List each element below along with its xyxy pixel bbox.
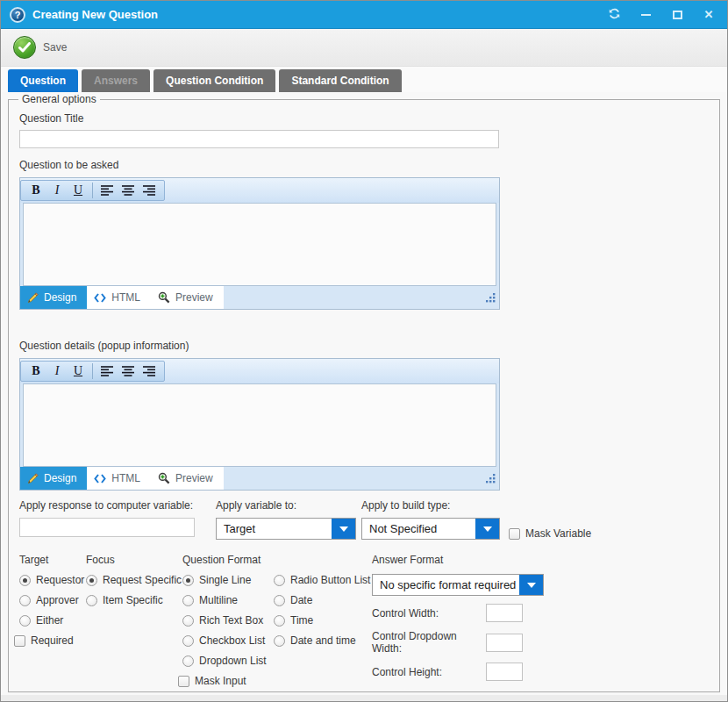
design-mode-label: Design [44, 291, 76, 304]
titlebar: ? Creating New Question ✕ [1, 1, 727, 29]
radio-radio-button-list[interactable]: Radio Button List [274, 574, 372, 586]
apply-variable-to-dropdown[interactable]: Target [216, 518, 356, 540]
question-details-label: Question details (popup information) [19, 340, 709, 352]
bold-button[interactable]: B [26, 362, 46, 380]
chevron-down-icon [483, 526, 492, 532]
html-mode-tab[interactable]: HTML [87, 467, 151, 490]
question-details-editor: B I U [19, 358, 500, 491]
help-icon[interactable]: ? [10, 7, 25, 23]
tab-answers[interactable]: Answers [82, 69, 150, 92]
radio-label: Requestor [36, 574, 84, 586]
required-checkbox[interactable]: Required [14, 634, 86, 647]
answer-format-value: No specific format required [373, 575, 519, 595]
radio-approver[interactable]: Approver [19, 594, 86, 606]
toolbar-separator [92, 183, 93, 198]
radio-icon [182, 655, 194, 667]
radio-rich-text-box[interactable]: Rich Text Box [182, 614, 274, 627]
preview-mode-label: Preview [175, 472, 213, 484]
radio-request-specific[interactable]: Request Specific [86, 574, 182, 586]
apply-build-type-dropdown[interactable]: Not Specified [361, 518, 500, 540]
design-mode-label: Design [44, 472, 76, 484]
refresh-button[interactable] [604, 5, 624, 25]
radio-label: Date [290, 594, 312, 606]
align-right-button[interactable] [139, 362, 159, 380]
editor-mode-bar: Design HTML [20, 286, 499, 309]
tab-question[interactable]: Question [8, 69, 78, 92]
question-title-input[interactable] [19, 130, 499, 148]
radio-date[interactable]: Date [274, 594, 372, 606]
tab-question-condition[interactable]: Question Condition [153, 69, 275, 92]
control-dropdown-width-input[interactable] [486, 634, 523, 652]
dropdown-arrow-button[interactable] [475, 519, 499, 539]
control-height-input[interactable] [486, 663, 523, 681]
radio-item-specific[interactable]: Item Specific [86, 594, 182, 606]
radio-icon [86, 595, 97, 606]
computer-variable-input[interactable] [19, 518, 195, 537]
radio-dropdown-list[interactable]: Dropdown List [182, 655, 274, 667]
question-asked-label: Question to be asked [19, 159, 709, 171]
question-asked-editor-area[interactable] [23, 203, 496, 286]
radio-icon [182, 635, 194, 647]
save-check-icon [13, 36, 36, 59]
dialog-window: ? Creating New Question ✕ [0, 0, 728, 702]
radio-date-and-time[interactable]: Date and time [274, 634, 372, 647]
maximize-button[interactable] [667, 5, 687, 25]
minimize-button[interactable] [636, 5, 655, 25]
underline-button[interactable]: U [68, 362, 88, 380]
control-height-label: Control Height: [372, 666, 486, 678]
radio-label: Dropdown List [199, 655, 267, 667]
radio-icon [19, 595, 31, 606]
question-asked-editor: B I U [19, 177, 500, 310]
align-left-button[interactable] [97, 362, 117, 380]
window-footer-strip [1, 695, 727, 701]
control-width-input[interactable] [486, 604, 523, 622]
radio-single-line[interactable]: Single Line [182, 574, 274, 586]
align-center-button[interactable] [118, 362, 138, 380]
html-mode-tab[interactable]: HTML [87, 286, 151, 309]
resize-grip-icon[interactable] [486, 474, 496, 486]
question-title-label: Question Title [19, 112, 709, 125]
editor-format-toolbar: B I U [20, 178, 499, 203]
design-mode-tab[interactable]: Design [20, 467, 87, 490]
preview-mode-tab[interactable]: Preview [151, 467, 224, 490]
radio-label: Single Line [199, 574, 251, 586]
general-options-groupbox: General options Question Title Question … [8, 99, 720, 692]
main-content: General options Question Title Question … [1, 92, 727, 701]
code-brackets-icon [94, 474, 106, 484]
italic-button[interactable]: I [47, 362, 67, 380]
radio-checkbox-list[interactable]: Checkbox List [182, 634, 274, 647]
dropdown-arrow-button[interactable] [332, 519, 355, 539]
checkbox-icon [509, 528, 520, 540]
close-button[interactable]: ✕ [699, 5, 718, 25]
italic-button[interactable]: I [47, 182, 67, 199]
magnifier-plus-icon [158, 291, 170, 304]
toolbar: Save [1, 29, 727, 67]
radio-label: Item Specific [103, 594, 163, 606]
bold-button[interactable]: B [26, 182, 46, 199]
mask-input-checkbox[interactable]: Mask Input [178, 675, 274, 687]
radio-requestor[interactable]: Requestor [19, 574, 86, 586]
preview-mode-tab[interactable]: Preview [151, 286, 224, 309]
mask-variable-checkbox[interactable]: Mask Variable [509, 527, 591, 540]
dropdown-arrow-button[interactable] [519, 575, 543, 595]
chevron-down-icon [527, 583, 536, 588]
design-mode-tab[interactable]: Design [20, 286, 87, 309]
save-button[interactable]: Save [13, 36, 67, 59]
radio-either[interactable]: Either [19, 614, 86, 627]
magnifier-plus-icon [158, 472, 170, 484]
radio-time[interactable]: Time [274, 614, 372, 627]
tab-standard-condition[interactable]: Standard Condition [279, 69, 401, 92]
html-mode-label: HTML [111, 291, 140, 304]
control-width-label: Control Width: [372, 607, 486, 620]
radio-label: Date and time [290, 634, 356, 647]
align-center-button[interactable] [118, 182, 138, 199]
radio-multiline[interactable]: Multiline [182, 594, 274, 606]
variable-row: Apply response to computer variable: App… [19, 499, 709, 540]
align-right-button[interactable] [139, 182, 159, 199]
resize-grip-icon[interactable] [486, 293, 496, 305]
radio-icon [182, 575, 194, 586]
question-details-editor-area[interactable] [23, 383, 496, 467]
underline-button[interactable]: U [68, 182, 88, 199]
align-left-button[interactable] [97, 182, 117, 199]
answer-format-dropdown[interactable]: No specific format required [372, 574, 544, 596]
